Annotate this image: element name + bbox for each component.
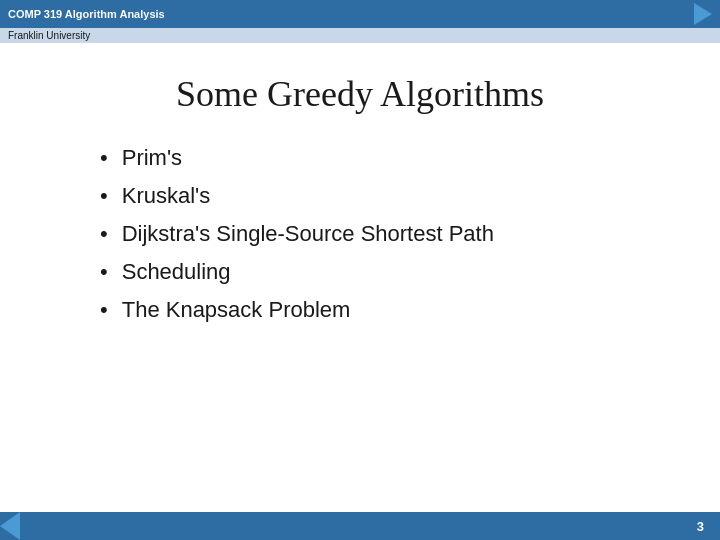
bullet-item: Dijkstra's Single-Source Shortest Path [100, 221, 660, 247]
course-title-label: COMP 319 Algorithm Analysis [8, 8, 165, 20]
bullet-item: Scheduling [100, 259, 660, 285]
bullet-item: Prim's [100, 145, 660, 171]
page-number: 3 [697, 519, 704, 534]
university-label: Franklin University [8, 30, 90, 41]
sub-bar: Franklin University [0, 28, 720, 43]
top-bar: COMP 319 Algorithm Analysis [0, 0, 720, 28]
bullet-item: Kruskal's [100, 183, 660, 209]
bottom-bar: 3 [0, 512, 720, 540]
slide-content: Some Greedy Algorithms Prim'sKruskal'sDi… [0, 43, 720, 355]
bullet-list: Prim'sKruskal'sDijkstra's Single-Source … [60, 145, 660, 323]
bullet-item: The Knapsack Problem [100, 297, 660, 323]
slide-title: Some Greedy Algorithms [60, 73, 660, 115]
